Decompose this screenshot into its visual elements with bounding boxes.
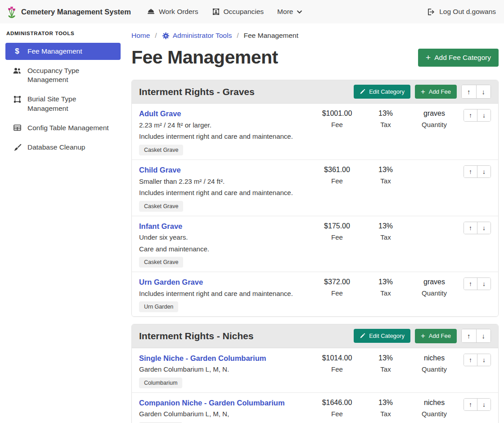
fee-description-2: Includes interment right and care and ma…	[139, 188, 309, 197]
breadcrumb-admin-tools-label: Administrator Tools	[173, 32, 232, 40]
logout-button[interactable]: Log Out d.gowans	[427, 8, 496, 16]
fee-amount-value: $372.00	[313, 277, 361, 286]
edit-category-button[interactable]: Edit Category	[354, 329, 410, 343]
fee-category-card: Interment Rights - Graves Edit Category …	[131, 80, 499, 317]
move-category-up-button[interactable]: ↑	[462, 329, 476, 342]
logout-label: Log Out d.gowans	[439, 8, 496, 16]
fee-category-list: Interment Rights - Graves Edit Category …	[131, 80, 499, 423]
fee-name-link[interactable]: Infant Grave	[139, 222, 182, 231]
chevron-down-icon	[297, 9, 302, 15]
fee-name-link[interactable]: Single Niche - Garden Columbarium	[139, 354, 266, 363]
move-fee-down-button[interactable]: ↓	[477, 399, 490, 410]
fee-reorder-area: ↑ ↓	[459, 277, 491, 290]
sidebar-item-label: Database Cleanup	[27, 143, 85, 152]
fee-tax-value: 13%	[361, 165, 410, 174]
fee-reorder-group: ↑ ↓	[464, 109, 491, 122]
fee-quantity-value: graves	[410, 109, 459, 118]
move-fee-down-button[interactable]: ↓	[477, 222, 490, 234]
add-fee-button[interactable]: + Add Fee	[415, 329, 457, 343]
fee-tax-col: 13% Tax	[361, 398, 410, 418]
move-fee-up-button[interactable]: ↑	[464, 222, 477, 234]
add-fee-button[interactable]: + Add Fee	[415, 85, 457, 99]
fee-reorder-area: ↑ ↓	[459, 165, 491, 178]
move-fee-down-button[interactable]: ↓	[477, 166, 490, 177]
fee-name-link[interactable]: Companion Niche - Garden Columbarium	[139, 398, 285, 408]
fee-amount-value: $361.00	[313, 165, 361, 174]
category-reorder-group: ↑ ↓	[461, 329, 491, 343]
move-fee-up-button[interactable]: ↑	[464, 399, 477, 410]
sidebar-item-label: Config Table Management	[27, 123, 109, 132]
occupant-frame-icon	[212, 8, 220, 16]
move-fee-up-button[interactable]: ↑	[464, 278, 477, 290]
fee-description-1: Garden Columbarium L, M, N.	[139, 365, 309, 374]
bounding-box-icon	[12, 95, 22, 104]
fee-tax-label: Tax	[361, 410, 410, 418]
category-actions: Edit Category + Add Fee ↑ ↓	[354, 329, 491, 343]
brand-home-link[interactable]: Cemetery Management System	[6, 5, 131, 18]
nav-item-more[interactable]: More	[270, 8, 309, 16]
fee-quantity-label: Quantity	[410, 410, 459, 418]
breadcrumb-home-link[interactable]: Home	[131, 32, 150, 40]
add-fee-category-button[interactable]: + Add Fee Category	[418, 49, 499, 67]
add-fee-label: Add Fee	[429, 88, 451, 95]
breadcrumb-admin-tools-link[interactable]: Administrator Tools	[162, 32, 232, 40]
admin-tools-sidebar: ADMINISTRATOR TOOLS $ Fee Management Occ…	[0, 23, 126, 158]
breadcrumb-separator: /	[237, 32, 238, 40]
hard-hat-icon	[147, 8, 155, 16]
fee-amount-label: Fee	[313, 289, 361, 297]
fee-reorder-group: ↑ ↓	[464, 354, 491, 366]
move-fee-up-button[interactable]: ↑	[464, 354, 477, 366]
sidebar-item-config-table-management[interactable]: Config Table Management	[5, 119, 121, 136]
fee-amount-col: $1001.00 Fee	[313, 109, 361, 129]
edit-category-button[interactable]: Edit Category	[354, 85, 410, 99]
category-actions: Edit Category + Add Fee ↑ ↓	[354, 85, 491, 99]
fee-reorder-group: ↑ ↓	[464, 165, 491, 178]
fee-tax-label: Tax	[361, 289, 410, 297]
move-fee-up-button[interactable]: ↑	[464, 166, 477, 177]
fee-type-badge: Casket Grave	[139, 201, 183, 212]
move-category-up-button[interactable]: ↑	[462, 85, 476, 98]
people-icon	[12, 67, 22, 75]
fee-name-link[interactable]: Child Grave	[139, 165, 181, 175]
sidebar-item-database-cleanup[interactable]: Database Cleanup	[5, 139, 121, 156]
move-fee-down-button[interactable]: ↓	[477, 278, 490, 290]
move-category-down-button[interactable]: ↓	[476, 85, 491, 98]
fee-quantity-value: niches	[410, 398, 459, 407]
fee-tax-value: 13%	[361, 277, 410, 286]
edit-category-label: Edit Category	[369, 332, 405, 339]
nav-item-label: More	[277, 8, 293, 16]
broom-icon	[12, 143, 22, 152]
move-fee-down-button[interactable]: ↓	[477, 354, 490, 366]
move-fee-down-button[interactable]: ↓	[477, 109, 490, 121]
fee-amount-label: Fee	[313, 365, 361, 373]
fee-quantity-label: Quantity	[410, 365, 459, 373]
page-title: Fee Management	[131, 47, 278, 68]
move-category-down-button[interactable]: ↓	[476, 329, 491, 342]
add-fee-category-label: Add Fee Category	[434, 54, 491, 62]
fee-tax-label: Tax	[361, 365, 410, 373]
fee-amount-col: $1646.00 Fee	[313, 398, 361, 418]
sidebar-item-burial-site-type-management[interactable]: Burial Site Type Management	[5, 91, 121, 117]
nav-item-label: Occupancies	[224, 8, 264, 16]
gear-icon	[162, 32, 170, 40]
fee-tax-col: 13% Tax	[361, 277, 410, 297]
table-icon	[12, 124, 22, 132]
sidebar-item-label: Occupancy Type Management	[27, 66, 116, 84]
category-header: Interment Rights - Niches Edit Category …	[132, 324, 498, 348]
sidebar-item-occupancy-type-management[interactable]: Occupancy Type Management	[5, 62, 121, 88]
fee-amount-label: Fee	[313, 233, 361, 241]
sidebar-item-fee-management[interactable]: $ Fee Management	[5, 43, 121, 60]
breadcrumb-separator: /	[155, 32, 157, 40]
fee-amount-col: $175.00 Fee	[313, 222, 361, 241]
fee-name-link[interactable]: Urn Garden Grave	[139, 277, 203, 287]
breadcrumb: Home / Administrator Tools / Fee Managem…	[131, 32, 499, 40]
fee-info: Adult Grave 2.23 m² / 24 ft² or larger. …	[139, 109, 313, 155]
fee-tax-label: Tax	[361, 121, 410, 129]
fee-name-link[interactable]: Adult Grave	[139, 109, 181, 118]
nav-item-work-orders[interactable]: Work Orders	[140, 8, 205, 16]
fee-description-2: Care and maintenance.	[139, 245, 309, 254]
fee-tax-col: 13% Tax	[361, 109, 410, 129]
nav-item-occupancies[interactable]: Occupancies	[205, 8, 271, 16]
fee-reorder-group: ↑ ↓	[464, 398, 491, 411]
move-fee-up-button[interactable]: ↑	[464, 109, 477, 121]
